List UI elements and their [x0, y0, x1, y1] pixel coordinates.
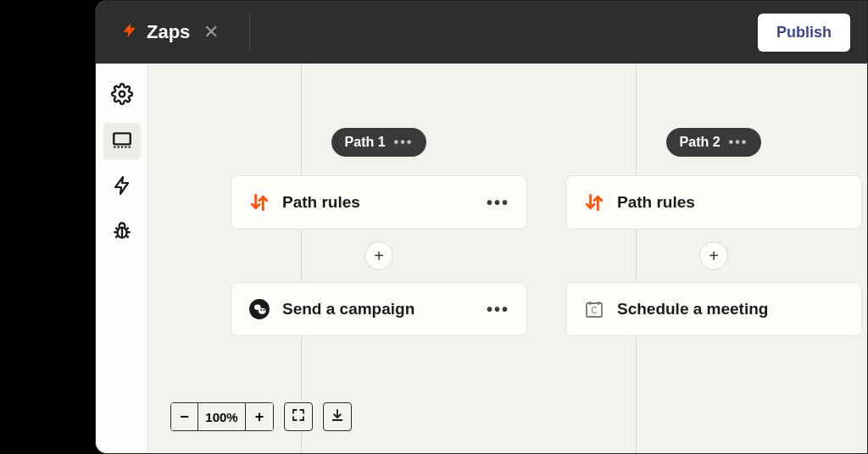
bug-icon [111, 220, 133, 246]
zoom-out-button[interactable]: − [171, 403, 198, 430]
node-send-campaign[interactable]: Send a campaign ••• [231, 282, 527, 336]
svg-rect-1 [114, 133, 131, 144]
path-rules-icon [248, 191, 270, 213]
more-icon[interactable]: ••• [394, 135, 414, 150]
path-column-1: Path 1 ••• Path rules ••• + [226, 64, 531, 336]
mailchimp-icon [248, 298, 270, 320]
path-column-2: Path 2 ••• Path rules + C Schedule a [561, 64, 866, 336]
publish-button[interactable]: Publish [758, 14, 850, 52]
path-pill-2[interactable]: Path 2 ••• [666, 128, 762, 157]
download-button[interactable] [323, 402, 352, 431]
path-rules-icon [583, 191, 605, 213]
plus-icon: + [374, 246, 384, 266]
canvas-icon [111, 129, 133, 154]
sidebar-item-debug[interactable] [103, 214, 141, 252]
zoom-group: − 100% + [170, 402, 274, 431]
svg-point-0 [119, 91, 125, 97]
node-label: Path rules [617, 193, 844, 212]
more-icon[interactable]: ••• [487, 193, 509, 213]
node-label: Send a campaign [282, 300, 475, 318]
plus-icon: + [709, 246, 719, 266]
node-path-rules-1[interactable]: Path rules ••• [231, 175, 527, 230]
zoom-toolbar: − 100% + [170, 402, 352, 431]
download-icon [330, 407, 345, 426]
svg-point-7 [263, 309, 264, 311]
tab-zaps[interactable]: Zaps ✕ [113, 15, 232, 49]
fit-screen-button[interactable] [284, 402, 313, 431]
node-schedule-meeting[interactable]: C Schedule a meeting [565, 282, 862, 336]
sidebar-item-settings[interactable] [103, 77, 141, 114]
path-pill-1[interactable]: Path 1 ••• [331, 128, 427, 157]
sidebar-item-zap[interactable] [103, 169, 141, 206]
zoom-in-button[interactable]: + [246, 403, 273, 430]
sidebar-item-canvas[interactable] [103, 123, 141, 160]
tab-title: Zaps [147, 21, 190, 43]
bolt-icon [121, 20, 138, 44]
top-bar: Zaps ✕ Publish [96, 1, 867, 64]
canvas[interactable]: Path 1 ••• Path rules ••• + [148, 64, 867, 453]
svg-point-5 [259, 308, 266, 314]
app-window: Zaps ✕ Publish [95, 0, 868, 454]
node-label: Path rules [282, 193, 475, 212]
node-path-rules-2[interactable]: Path rules [565, 175, 862, 230]
add-step-button[interactable]: + [364, 241, 393, 270]
expand-icon [291, 407, 306, 426]
tab-divider [249, 14, 250, 51]
close-icon[interactable]: ✕ [198, 21, 224, 43]
editor-body: Path 1 ••• Path rules ••• + [96, 64, 867, 453]
calendar-icon: C [583, 298, 605, 320]
gear-icon [111, 83, 133, 108]
node-label: Schedule a meeting [617, 300, 844, 318]
svg-text:C: C [591, 306, 597, 315]
path-label: Path 2 [680, 135, 721, 150]
zoom-value: 100% [198, 403, 246, 430]
path-label: Path 1 [345, 135, 386, 150]
lightning-icon [112, 175, 132, 199]
left-sidebar [96, 64, 148, 453]
add-step-button[interactable]: + [699, 241, 728, 270]
more-icon[interactable]: ••• [487, 300, 509, 319]
svg-point-6 [260, 309, 262, 311]
more-icon[interactable]: ••• [729, 135, 748, 150]
